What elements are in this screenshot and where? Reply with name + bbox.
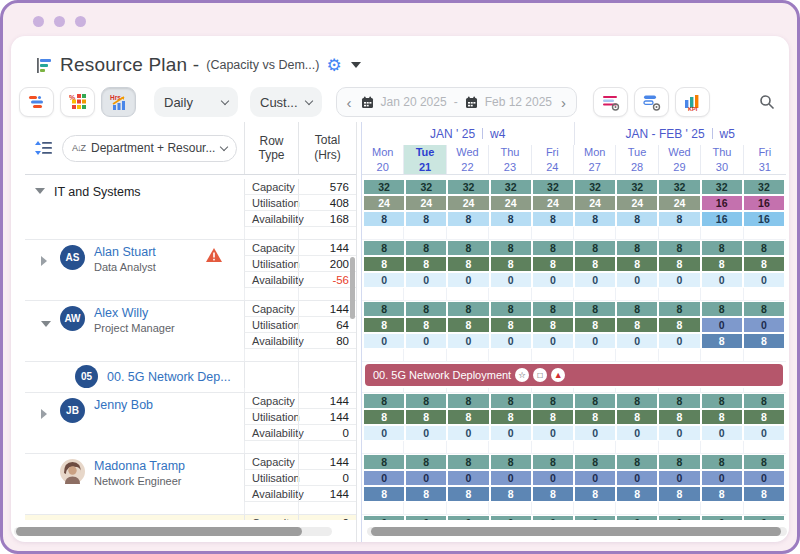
avatar-photo[interactable] (60, 459, 85, 484)
grid-cell[interactable]: 0 (575, 334, 615, 348)
grid-cell[interactable]: 32 (364, 180, 404, 194)
grid-cell[interactable]: 8 (533, 318, 573, 332)
grid-cell[interactable]: 8 (702, 410, 742, 424)
department-name[interactable]: IT and Systems (54, 185, 141, 199)
grid-cell[interactable]: 8 (744, 410, 784, 424)
avatar[interactable]: 05 (75, 365, 98, 388)
grid-cell[interactable]: 32 (406, 180, 446, 194)
expand-row-icon[interactable] (41, 256, 47, 266)
resource-name[interactable]: Alex Willy (94, 306, 175, 320)
expand-row-icon[interactable] (41, 409, 47, 419)
grid-cell[interactable]: 0 (491, 273, 531, 287)
grid-cell[interactable]: 8 (448, 318, 488, 332)
grid-cell[interactable]: 8 (744, 302, 784, 316)
grid-cell[interactable]: 8 (491, 487, 531, 501)
grid-cell[interactable]: 0 (702, 516, 742, 520)
grid-cell[interactable]: 0 (364, 273, 404, 287)
grid-cell[interactable]: 8 (406, 455, 446, 469)
grid-cell[interactable]: 8 (702, 455, 742, 469)
grid-cell[interactable]: 8 (491, 410, 531, 424)
grid-cell[interactable]: 8 (702, 302, 742, 316)
grid-cell[interactable]: 0 (575, 273, 615, 287)
grid-cell[interactable]: 0 (406, 471, 446, 485)
grid-cell[interactable]: 0 (533, 471, 573, 485)
grid-cell[interactable]: 16 (744, 212, 784, 226)
grid-cell[interactable]: 0 (364, 516, 404, 520)
grid-cell[interactable]: 8 (364, 212, 404, 226)
grid-cell[interactable]: 0 (406, 516, 446, 520)
grid-cell[interactable]: 8 (491, 455, 531, 469)
window-controls[interactable] (33, 16, 86, 27)
grid-cell[interactable]: 0 (448, 334, 488, 348)
grid-cell[interactable]: 8 (533, 394, 573, 408)
grid-cell[interactable]: 0 (659, 426, 699, 440)
window-dot[interactable] (33, 16, 44, 27)
day-header[interactable]: Thu23 (489, 145, 531, 174)
gantt-view-button[interactable] (19, 87, 54, 117)
grid-cell[interactable]: 0 (744, 471, 784, 485)
grid-cell[interactable]: 8 (448, 455, 488, 469)
hours-chart-view-button[interactable]: Hrs (101, 87, 136, 117)
grid-cell[interactable]: 32 (448, 180, 488, 194)
grid-cell[interactable]: 0 (491, 334, 531, 348)
grid-cell[interactable]: 24 (406, 196, 446, 210)
grid-cell[interactable]: 8 (702, 487, 742, 501)
grid-cell[interactable]: 8 (744, 394, 784, 408)
grid-cell[interactable]: 0 (448, 516, 488, 520)
grid-cell[interactable]: 8 (491, 302, 531, 316)
grid-cell[interactable]: 8 (617, 241, 657, 255)
grid-cell[interactable]: 0 (744, 273, 784, 287)
grid-cell[interactable]: 0 (364, 426, 404, 440)
grid-cell[interactable]: 8 (575, 455, 615, 469)
calendar-icon[interactable] (361, 96, 374, 109)
grid-cell[interactable]: 8 (406, 257, 446, 271)
grid-cell[interactable]: 0 (617, 334, 657, 348)
grid-cell[interactable]: 24 (575, 196, 615, 210)
grid-cell[interactable]: 16 (702, 212, 742, 226)
grid-cell[interactable]: 24 (659, 196, 699, 210)
grid-cell[interactable]: 8 (364, 302, 404, 316)
grid-cell[interactable]: 8 (491, 318, 531, 332)
grid-cell[interactable]: 8 (406, 318, 446, 332)
grid-cell[interactable]: 8 (617, 394, 657, 408)
grid-cell[interactable]: 32 (702, 180, 742, 194)
grid-cell[interactable]: 0 (659, 273, 699, 287)
grid-cell[interactable]: 8 (575, 487, 615, 501)
grid-cell[interactable]: 0 (659, 334, 699, 348)
range-preset-select[interactable]: Cust... (250, 87, 322, 117)
grid-cell[interactable]: 8 (575, 241, 615, 255)
grid-cell[interactable]: 8 (617, 212, 657, 226)
grid-cell[interactable]: 0 (744, 516, 784, 520)
grid-cell[interactable]: 0 (575, 516, 615, 520)
grid-cell[interactable]: 8 (491, 212, 531, 226)
group-by-select[interactable]: A↓Z Department + Resour... (62, 135, 237, 162)
grid-cell[interactable]: 8 (491, 394, 531, 408)
grid-cell[interactable]: 8 (659, 241, 699, 255)
grid-cell[interactable]: 32 (533, 180, 573, 194)
grid-cell[interactable]: 8 (617, 455, 657, 469)
start-date-value[interactable]: Jan 20 2025 (381, 95, 447, 109)
grid-cell[interactable]: 24 (448, 196, 488, 210)
grid-cell[interactable]: 8 (617, 410, 657, 424)
project-name[interactable]: 00. 5G Network Dep... (107, 370, 231, 384)
row-settings-button[interactable] (593, 87, 628, 117)
grid-cell[interactable]: 8 (744, 257, 784, 271)
warning-triangle-icon[interactable]: ▲ (551, 368, 565, 382)
grid-cell[interactable]: 0 (406, 273, 446, 287)
grid-cell[interactable]: 0 (702, 426, 742, 440)
grid-cell[interactable]: 8 (575, 410, 615, 424)
grid-cell[interactable]: 8 (575, 318, 615, 332)
grid-cell[interactable]: 8 (744, 455, 784, 469)
day-header[interactable]: Mon27 (574, 145, 616, 174)
window-dot[interactable] (54, 16, 65, 27)
grid-cell[interactable]: 8 (406, 212, 446, 226)
grid-cell[interactable]: 0 (406, 426, 446, 440)
grid-cell[interactable]: 0 (744, 426, 784, 440)
grid-cell[interactable]: 32 (575, 180, 615, 194)
grid-cell[interactable]: 8 (533, 241, 573, 255)
grid-cell[interactable]: 8 (575, 394, 615, 408)
collapse-all-icon[interactable] (34, 140, 53, 156)
grid-cell[interactable]: 0 (533, 426, 573, 440)
day-header[interactable]: Fri24 (532, 145, 574, 174)
grid-cell[interactable]: 8 (364, 410, 404, 424)
